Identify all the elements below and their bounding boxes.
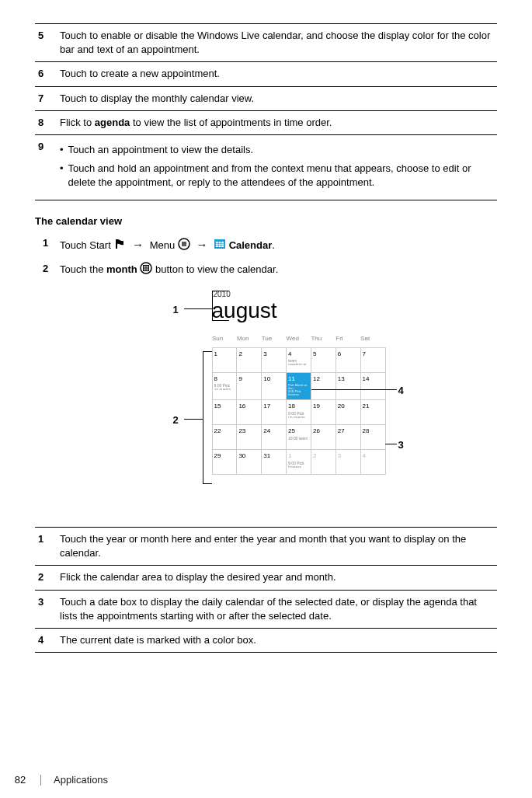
svg-rect-0 bbox=[116, 239, 117, 249]
table-callouts-5-9: 5 Touch to enable or disable the Windows… bbox=[35, 23, 497, 200]
step-item: 1 Touch Start → Menu → Calendar. bbox=[43, 236, 497, 254]
table-row: 5 Touch to enable or disable the Windows… bbox=[35, 24, 497, 62]
svg-rect-12 bbox=[144, 265, 149, 270]
row-num: 4 bbox=[35, 628, 57, 652]
row-num: 2 bbox=[35, 566, 57, 590]
callout-1: 1 bbox=[173, 303, 179, 317]
day-cell-today: 11Pick Martin at the…3:00 Pick hostess bbox=[287, 373, 311, 400]
row-text: Touch a date box to display the daily ca… bbox=[57, 590, 497, 628]
table-row: 3 Touch a date box to display the daily … bbox=[35, 590, 497, 628]
day-cell: 21 bbox=[360, 400, 385, 425]
weekday: Wed bbox=[287, 333, 311, 348]
table-row: 9 Touch an appointment to view the detai… bbox=[35, 134, 497, 200]
text-post: to view the list of appointments in time… bbox=[130, 117, 332, 128]
section-heading: The calendar view bbox=[35, 214, 497, 228]
row-num: 1 bbox=[35, 528, 57, 566]
row-num: 5 bbox=[35, 24, 57, 62]
row-text: Touch to create a new appointment. bbox=[57, 62, 497, 86]
table-row: 4 The current date is marked with a colo… bbox=[35, 628, 497, 652]
weekday: Fri bbox=[336, 333, 360, 348]
callout-2: 2 bbox=[173, 413, 179, 427]
day-cell: 24 bbox=[262, 425, 287, 450]
callout-line bbox=[203, 483, 212, 484]
calendar-week-row: 1 2 3 4team meeting at 9 5 6 7 bbox=[212, 348, 385, 373]
row-num: 8 bbox=[35, 110, 57, 134]
day-cell: 23 bbox=[237, 425, 262, 450]
calendar-weekday-row: Sun Mon Tue Wed Thu Fri Sat bbox=[212, 333, 385, 348]
day-cell: 27 bbox=[336, 425, 360, 450]
calendar-week-row: 15 16 17 189:00 Pick up guests 19 20 21 bbox=[212, 400, 385, 425]
row-text: Touch the year or month here and enter t… bbox=[57, 528, 497, 566]
row-num: 9 bbox=[35, 134, 57, 200]
row-text: Touch to display the monthly calendar vi… bbox=[57, 86, 497, 110]
step-content: Touch the month button to view the calen… bbox=[60, 262, 497, 278]
weekday: Sun bbox=[212, 333, 237, 348]
table-row: 7 Touch to display the monthly calendar … bbox=[35, 86, 497, 110]
step-content: Touch Start → Menu → Calendar. bbox=[60, 236, 497, 254]
menu-circle-icon bbox=[178, 238, 190, 254]
table-callouts-1-4: 1 Touch the year or month here and enter… bbox=[35, 527, 497, 653]
day-cell-off: 4 bbox=[360, 450, 385, 475]
day-cell: 22 bbox=[212, 425, 237, 450]
table-row: 6 Touch to create a new appointment. bbox=[35, 62, 497, 86]
row-num: 3 bbox=[35, 590, 57, 628]
callout-line bbox=[184, 308, 212, 309]
callout-line bbox=[311, 389, 397, 390]
weekday: Mon bbox=[237, 333, 262, 348]
weekday: Thu bbox=[311, 333, 336, 348]
text: Menu bbox=[150, 239, 178, 251]
month-circle-icon bbox=[140, 262, 152, 278]
day-cell: 31 bbox=[262, 450, 287, 475]
callout-line bbox=[212, 291, 229, 291]
calendar-grid: Sun Mon Tue Wed Thu Fri Sat 1 2 3 4team … bbox=[212, 333, 386, 475]
steps-list: 1 Touch Start → Menu → Calendar. 2 Touch… bbox=[43, 236, 497, 278]
row-text: Touch an appointment to view the details… bbox=[57, 134, 497, 200]
callout-line bbox=[212, 291, 213, 320]
day-cell-off: 3 bbox=[336, 450, 360, 475]
callout-line bbox=[184, 419, 203, 420]
start-flag-icon bbox=[113, 238, 126, 254]
text: . bbox=[272, 239, 275, 251]
step-num: 2 bbox=[43, 262, 60, 276]
calendar-app-icon bbox=[214, 238, 226, 254]
day-cell: 3 bbox=[262, 348, 287, 373]
day-cell: 15 bbox=[212, 400, 237, 425]
bullet-item: Touch and hold an appointment and from t… bbox=[60, 162, 494, 190]
day-cell: 26 bbox=[311, 425, 336, 450]
callout-line bbox=[212, 320, 229, 321]
day-cell: 2 bbox=[237, 348, 262, 373]
day-cell: 4team meeting at 9 bbox=[287, 348, 311, 373]
weekday: Tue bbox=[262, 333, 287, 348]
day-cell: 29 bbox=[212, 450, 237, 475]
callout-line bbox=[203, 351, 212, 352]
calendar-month: august bbox=[212, 300, 386, 322]
day-cell: 7 bbox=[360, 348, 385, 373]
row-num: 7 bbox=[35, 86, 57, 110]
day-cell: 28 bbox=[360, 425, 385, 450]
callout-4: 4 bbox=[398, 384, 404, 398]
day-cell: 5 bbox=[311, 348, 336, 373]
text-pre: Flick to bbox=[60, 117, 95, 128]
row-text: Touch to enable or disable the Windows L… bbox=[57, 24, 497, 62]
text: button to view the calendar. bbox=[155, 263, 278, 275]
calendar-screenshot: 2010 august Sun Mon Tue Wed Thu Fri Sat … bbox=[212, 289, 386, 475]
text-bold: month bbox=[106, 263, 137, 275]
svg-rect-6 bbox=[216, 242, 224, 247]
arrow-icon: → bbox=[132, 238, 144, 251]
calendar-week-row: 89:00 Pick up guests 9 10 11Pick Martin … bbox=[212, 373, 385, 400]
day-cell: 17 bbox=[262, 400, 287, 425]
calendar-week-row: 22 23 24 2510:00 team 26 27 28 bbox=[212, 425, 385, 450]
day-cell: 9 bbox=[237, 373, 262, 400]
day-cell: 6 bbox=[336, 348, 360, 373]
day-cell: 20 bbox=[336, 400, 360, 425]
day-cell: 189:00 Pick up guests bbox=[287, 400, 311, 425]
callout-3: 3 bbox=[398, 438, 404, 452]
arrow-icon: → bbox=[196, 238, 207, 251]
text: Touch the bbox=[60, 263, 106, 275]
step-num: 1 bbox=[43, 236, 60, 250]
text-bold: agenda bbox=[95, 117, 130, 128]
day-cell-off: 2 bbox=[311, 450, 336, 475]
callout-line bbox=[385, 444, 397, 444]
table-row: 2 Flick the calendar area to display the… bbox=[35, 566, 497, 590]
calendar-week-row: 29 30 31 19:00 Pick hostess 2 3 4 bbox=[212, 450, 385, 475]
